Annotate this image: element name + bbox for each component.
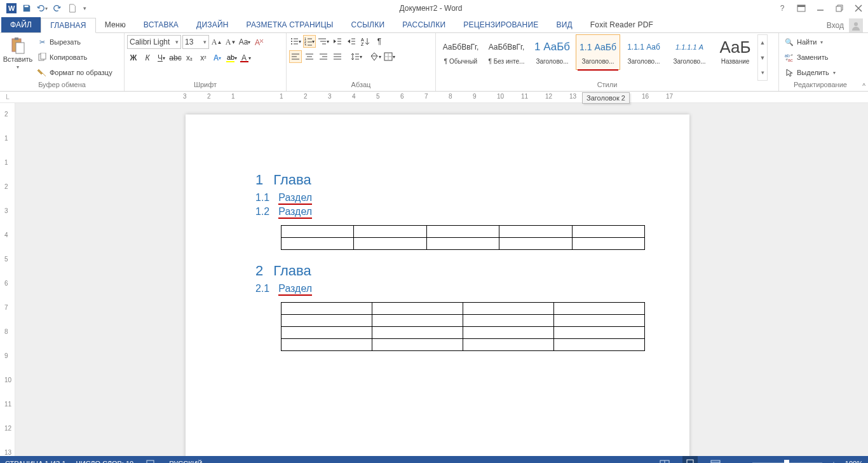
ribbon-display-icon[interactable]	[792, 1, 811, 15]
highlight-icon[interactable]: ab▾	[225, 52, 238, 64]
align-left-icon[interactable]	[289, 50, 302, 63]
style-tooltip: Заголовок 2	[582, 92, 630, 104]
print-layout-icon[interactable]	[682, 456, 698, 463]
styles-gallery: АаБбВвГг,¶ ОбычныйАаБбВвГг,¶ Без инте...…	[438, 34, 757, 81]
vertical-ruler[interactable]: 2112345678910111213	[0, 103, 15, 456]
heading-1[interactable]: 2Глава	[255, 263, 645, 279]
status-page[interactable]: СТРАНИЦА 1 ИЗ 1	[5, 460, 66, 464]
styles-up-icon[interactable]: ▲	[758, 35, 767, 50]
strike-icon[interactable]: abc	[169, 52, 182, 64]
document-canvas[interactable]: 1Глава1.1Раздел1.2Раздел2Глава2.1Раздел	[15, 103, 868, 456]
status-language[interactable]: РУССКИЙ	[169, 460, 202, 464]
tab-design[interactable]: ДИЗАЙН	[187, 17, 238, 32]
font-color-icon[interactable]: A▾	[239, 52, 252, 64]
tab-review[interactable]: РЕЦЕНЗИРОВАНИЕ	[454, 17, 547, 32]
decrease-indent-icon[interactable]	[331, 35, 344, 48]
avatar-icon[interactable]	[849, 18, 863, 32]
clear-format-icon[interactable]: A	[252, 36, 265, 48]
numbering-icon[interactable]: 123▾	[303, 35, 316, 48]
shading-icon[interactable]: ▾	[369, 50, 382, 63]
shrink-font-icon[interactable]: A▼	[224, 36, 237, 48]
style-4[interactable]: 1.1.1 АабЗаголово...	[621, 34, 666, 70]
redo-icon[interactable]	[50, 1, 65, 15]
close-icon[interactable]	[849, 1, 868, 15]
tab-insert[interactable]: ВСТАВКА	[135, 17, 187, 32]
format-painter-button[interactable]: Формат по образцу	[34, 66, 115, 79]
grow-font-icon[interactable]: A▲	[210, 36, 223, 48]
bullets-icon[interactable]: ▾	[289, 35, 302, 48]
style-1[interactable]: АаБбВвГг,¶ Без инте...	[484, 34, 529, 70]
collapse-ribbon-icon[interactable]: ^	[862, 83, 865, 90]
text-effects-icon[interactable]: A▾	[211, 52, 224, 64]
heading-2[interactable]: 2.1Раздел	[255, 283, 645, 296]
font-family-value: Calibri Light	[130, 38, 170, 46]
help-icon[interactable]: ?	[773, 1, 792, 15]
styles-more-icon[interactable]: ▾	[758, 65, 767, 80]
heading-1[interactable]: 1Глава	[255, 172, 645, 188]
tab-foxit[interactable]: Foxit Reader PDF	[581, 17, 662, 32]
tab-references[interactable]: ССЫЛКИ	[342, 17, 394, 32]
sort-icon[interactable]: AZ	[359, 35, 372, 48]
underline-icon[interactable]: Ч▾	[155, 52, 168, 64]
subscript-icon[interactable]: x₂	[183, 52, 196, 64]
borders-icon[interactable]: ▾	[383, 50, 396, 63]
tab-view[interactable]: ВИД	[547, 17, 581, 32]
undo-icon[interactable]: ▾	[34, 1, 50, 15]
italic-icon[interactable]: К	[141, 52, 154, 64]
style-2[interactable]: 1 АаБбЗаголово...	[530, 34, 574, 70]
work-area: 2112345678910111213 1Глава1.1Раздел1.2Ра…	[0, 103, 868, 456]
copy-button[interactable]: Копировать	[34, 50, 115, 64]
heading-2[interactable]: 1.2Раздел	[255, 206, 645, 219]
group-clipboard-label: Буфер обмена	[3, 81, 121, 91]
document-table[interactable]	[281, 225, 645, 250]
tab-layout[interactable]: РАЗМЕТКА СТРАНИЦЫ	[238, 17, 342, 32]
minimize-icon[interactable]	[811, 1, 830, 15]
bold-icon[interactable]: Ж	[127, 52, 140, 64]
zoom-out-icon[interactable]: −	[733, 456, 749, 463]
svg-text:ac: ac	[788, 58, 793, 62]
style-3[interactable]: 1.1 АаБбЗаголово...	[576, 34, 620, 70]
tab-mailings[interactable]: РАССЫЛКИ	[393, 17, 454, 32]
styles-down-icon[interactable]: ▼	[758, 50, 767, 66]
qat-more-icon[interactable]: ▾	[80, 1, 89, 15]
align-right-icon[interactable]	[317, 50, 330, 63]
horizontal-ruler[interactable]: L 3211234567891011121314151617 Заголовок…	[0, 92, 868, 103]
find-button[interactable]: 🔍Найти▾	[782, 35, 838, 49]
brush-icon	[37, 67, 47, 78]
tab-menu[interactable]: Меню	[96, 17, 135, 32]
document-table[interactable]	[281, 302, 645, 351]
save-icon[interactable]	[19, 1, 34, 15]
read-mode-icon[interactable]	[657, 456, 672, 463]
tab-home[interactable]: ГЛАВНАЯ	[41, 18, 95, 33]
justify-icon[interactable]	[331, 50, 344, 63]
heading-2[interactable]: 1.1Раздел	[255, 192, 645, 205]
spellcheck-icon[interactable]	[144, 456, 159, 463]
align-center-icon[interactable]	[303, 50, 316, 63]
replace-button[interactable]: abacЗаменить	[782, 50, 838, 64]
select-button[interactable]: Выделить▾	[782, 66, 838, 79]
svg-point-6	[854, 22, 858, 26]
tab-file[interactable]: ФАЙЛ	[1, 17, 41, 32]
style-0[interactable]: АаБбВвГг,¶ Обычный	[438, 34, 483, 70]
style-6[interactable]: АаБНазвание	[713, 34, 757, 70]
new-doc-icon[interactable]	[65, 1, 80, 15]
zoom-level[interactable]: 100%	[845, 460, 863, 464]
increase-indent-icon[interactable]	[345, 35, 358, 48]
line-spacing-icon[interactable]: ▾	[350, 50, 363, 63]
quick-access-toolbar: W ▾ ▾	[0, 1, 89, 15]
group-font: Calibri Light▾ 13▾ A▲ A▼ Aa▾ A Ж К Ч▾ ab…	[125, 33, 287, 91]
multilevel-icon[interactable]: ▾	[317, 35, 330, 48]
login-link[interactable]: Вход	[827, 21, 844, 30]
change-case-icon[interactable]: Aa▾	[238, 36, 251, 48]
superscript-icon[interactable]: x²	[197, 52, 210, 64]
show-marks-icon[interactable]: ¶	[373, 35, 386, 48]
paste-button[interactable]: Вставить ▾	[3, 34, 33, 81]
style-5[interactable]: 1.1.1.1 АЗаголово...	[667, 34, 712, 70]
cut-button[interactable]: ✂Вырезать	[34, 35, 115, 49]
font-size-combo[interactable]: 13▾	[182, 35, 209, 49]
web-layout-icon[interactable]	[708, 456, 723, 463]
status-words[interactable]: ЧИСЛО СЛОВ: 10	[76, 460, 134, 464]
zoom-in-icon[interactable]: +	[826, 456, 841, 463]
restore-icon[interactable]	[830, 1, 849, 15]
font-family-combo[interactable]: Calibri Light▾	[127, 35, 181, 49]
